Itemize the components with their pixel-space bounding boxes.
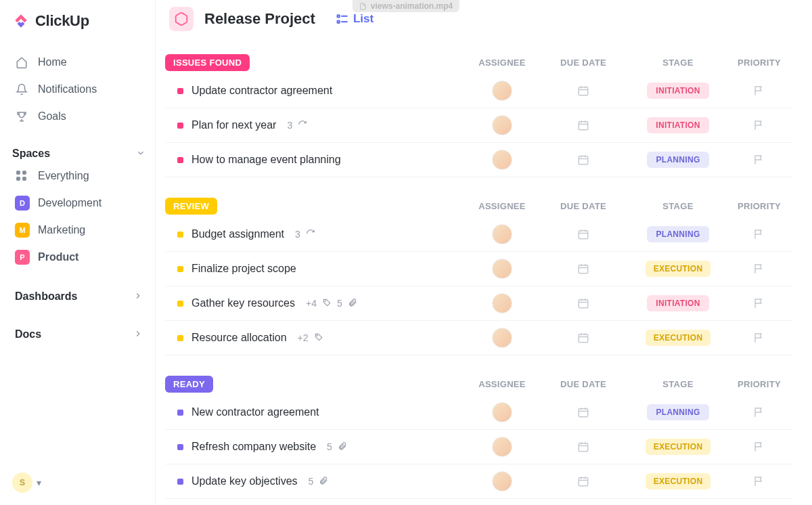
task-row[interactable]: Resource allocation +2 EXECUTION <box>165 321 793 355</box>
space-everything[interactable]: Everything <box>12 164 145 188</box>
assignee-avatar[interactable] <box>492 81 512 101</box>
due-date-cell[interactable] <box>536 263 631 275</box>
subtask-count: 3 <box>287 120 292 131</box>
assignee-avatar[interactable] <box>492 115 512 135</box>
assignee-avatar[interactable] <box>492 437 512 457</box>
view-selector[interactable]: List <box>336 12 374 26</box>
spaces-header[interactable]: Spaces <box>12 148 145 160</box>
assignee-avatar[interactable] <box>492 150 512 170</box>
tag-icon <box>314 332 323 344</box>
stage-pill[interactable]: EXECUTION <box>646 473 711 489</box>
due-date-cell[interactable] <box>536 228 631 240</box>
due-date-cell[interactable] <box>536 406 631 418</box>
nav-home[interactable]: Home <box>12 50 145 74</box>
home-icon <box>15 56 28 69</box>
priority-cell[interactable] <box>725 332 793 344</box>
task-row[interactable]: Budget assignment 3 PLANNING <box>165 217 793 252</box>
priority-cell[interactable] <box>725 154 793 166</box>
col-priority: PRIORITY <box>725 379 793 389</box>
logo[interactable]: ClickUp <box>12 12 145 30</box>
priority-cell[interactable] <box>725 85 793 97</box>
due-date-cell[interactable] <box>536 154 631 166</box>
status-dot <box>177 410 183 416</box>
task-row[interactable]: How to manage event planning PLANNING <box>165 143 793 177</box>
svg-rect-20 <box>579 265 588 273</box>
col-stage: STAGE <box>631 201 725 211</box>
stage-pill[interactable]: PLANNING <box>647 152 709 168</box>
assignee-avatar[interactable] <box>492 402 512 422</box>
svg-rect-0 <box>337 15 339 17</box>
assignee-avatar[interactable] <box>492 471 512 491</box>
user-avatar: S <box>12 473 32 493</box>
assignee-avatar[interactable] <box>492 293 512 313</box>
space-badge: M <box>15 223 30 238</box>
space-product[interactable]: P Product <box>12 244 145 270</box>
task-row[interactable]: Update contractor agreement INITIATION <box>165 74 793 108</box>
group-ready: READY ASSIGNEE DUE DATE STAGE PRIORITY N… <box>165 376 793 499</box>
priority-cell[interactable] <box>725 406 793 418</box>
assignee-avatar[interactable] <box>492 224 512 244</box>
priority-cell[interactable] <box>725 297 793 309</box>
task-row[interactable]: Gather key resources +45 INITIATION <box>165 286 793 321</box>
priority-cell[interactable] <box>725 228 793 240</box>
status-pill[interactable]: ISSUES FOUND <box>165 54 250 71</box>
nav-goals[interactable]: Goals <box>12 104 145 129</box>
svg-rect-1 <box>337 21 339 23</box>
project-icon <box>169 7 194 31</box>
due-date-cell[interactable] <box>536 475 631 487</box>
status-dot <box>177 479 183 485</box>
nav-label: Goals <box>38 110 66 123</box>
due-date-cell[interactable] <box>536 85 631 97</box>
task-row[interactable]: Refresh company website 5 EXECUTION <box>165 430 793 464</box>
status-pill[interactable]: READY <box>165 376 213 393</box>
due-date-cell[interactable] <box>536 297 631 309</box>
due-date-cell[interactable] <box>536 332 631 344</box>
space-development[interactable]: D Development <box>12 190 145 216</box>
chevron-down-icon <box>136 148 145 160</box>
stage-pill[interactable]: INITIATION <box>647 295 709 311</box>
stage-pill[interactable]: INITIATION <box>647 117 709 133</box>
recurring-icon <box>306 229 315 240</box>
recurring-icon <box>298 120 307 131</box>
priority-cell[interactable] <box>725 119 793 131</box>
task-row[interactable]: Update key objectives 5 EXECUTION <box>165 464 793 499</box>
space-marketing[interactable]: M Marketing <box>12 217 145 243</box>
attachment-icon <box>338 441 347 453</box>
nav-docs[interactable]: Docs <box>12 322 145 347</box>
stage-pill[interactable]: INITIATION <box>647 83 709 99</box>
col-assignee: ASSIGNEE <box>468 58 536 68</box>
stage-pill[interactable]: EXECUTION <box>646 439 711 455</box>
attachment-count: 5 <box>337 298 342 309</box>
assignee-avatar[interactable] <box>492 328 512 348</box>
status-pill[interactable]: REVIEW <box>165 198 217 215</box>
status-dot <box>177 335 183 341</box>
brand-text: ClickUp <box>35 12 89 30</box>
due-date-cell[interactable] <box>536 441 631 453</box>
task-name: Gather key resources <box>191 297 295 309</box>
priority-cell[interactable] <box>725 475 793 487</box>
task-row[interactable]: Plan for next year 3 INITIATION <box>165 108 793 143</box>
stage-pill[interactable]: PLANNING <box>647 404 709 420</box>
user-menu[interactable]: S ▾ <box>12 473 41 493</box>
stage-pill[interactable]: EXECUTION <box>646 330 711 346</box>
stage-pill[interactable]: EXECUTION <box>646 261 711 277</box>
list-icon <box>336 12 349 26</box>
attachment-icon <box>319 476 328 487</box>
task-name: Resource allocation <box>191 332 287 344</box>
status-dot <box>177 266 183 272</box>
svg-rect-8 <box>579 122 588 130</box>
task-row[interactable]: Finalize project scope EXECUTION <box>165 252 793 286</box>
assignee-avatar[interactable] <box>492 259 512 279</box>
priority-cell[interactable] <box>725 441 793 453</box>
stage-pill[interactable]: PLANNING <box>647 226 709 242</box>
nav-dashboards[interactable]: Dashboards <box>12 284 145 309</box>
chevron-right-icon <box>133 329 143 341</box>
status-dot <box>177 157 183 163</box>
nav-notifications[interactable]: Notifications <box>12 77 145 102</box>
tag-count: +2 <box>298 332 309 343</box>
task-name: Finalize project scope <box>191 263 296 275</box>
priority-cell[interactable] <box>725 263 793 275</box>
due-date-cell[interactable] <box>536 119 631 131</box>
svg-rect-25 <box>579 300 588 308</box>
task-row[interactable]: New contractor agreement PLANNING <box>165 395 793 430</box>
